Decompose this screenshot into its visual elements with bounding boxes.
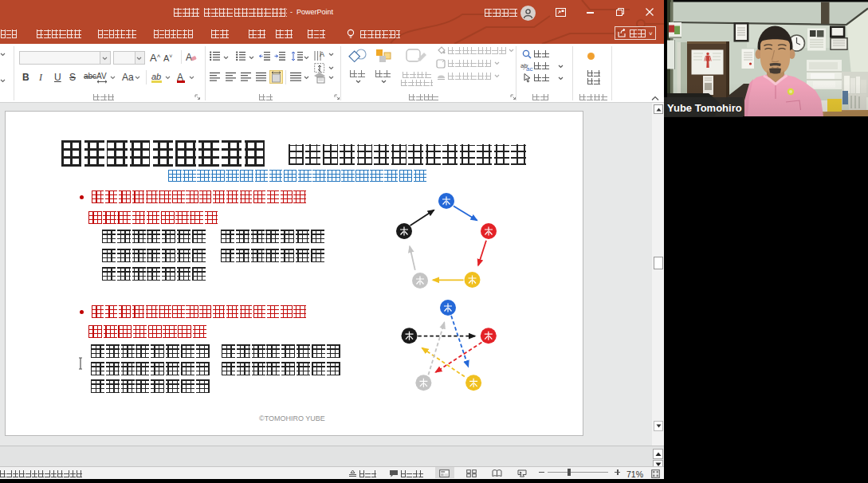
svg-text:A: A (186, 52, 192, 62)
svg-text:A: A (320, 50, 324, 58)
